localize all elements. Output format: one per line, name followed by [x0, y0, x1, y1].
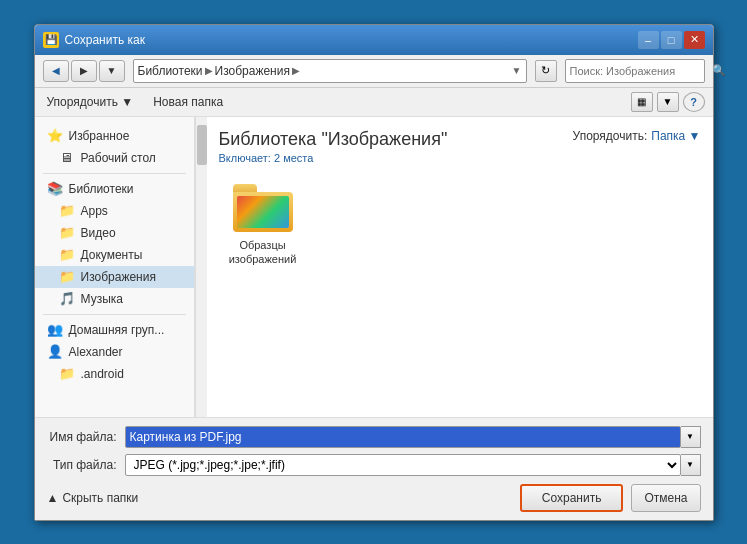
- back-button[interactable]: ◀: [43, 60, 69, 82]
- breadcrumb-separator: ▶: [205, 65, 213, 76]
- sidebar: ⭐ Избранное 🖥 Рабочий стол 📚 Библиотеки …: [35, 117, 195, 417]
- action-buttons-row: ▲ Скрыть папки Сохранить Отмена: [47, 484, 701, 512]
- android-folder-icon: 📁: [59, 366, 75, 382]
- android-label: .android: [81, 367, 124, 381]
- close-button[interactable]: ✕: [684, 31, 705, 49]
- dialog-title: Сохранить как: [65, 33, 145, 47]
- filetype-dropdown-button[interactable]: ▼: [681, 454, 701, 476]
- video-label: Видео: [81, 226, 116, 240]
- toolbar: ◀ ▶ ▼ Библиотеки ▶ Изображения ▶ ▼ ↻ 🔍: [35, 55, 713, 88]
- breadcrumb-images[interactable]: Изображения: [215, 64, 290, 78]
- right-buttons: Сохранить Отмена: [520, 484, 701, 512]
- window-controls: – □ ✕: [638, 31, 705, 49]
- sidebar-divider1: [43, 173, 186, 174]
- folder-item-name: Образцы изображений: [227, 238, 299, 267]
- filetype-row: Тип файла: JPEG (*.jpg;*.jpeg;*.jpe;*.jf…: [47, 454, 701, 476]
- help-button[interactable]: ?: [683, 92, 705, 112]
- homegroup-label: Домашняя груп...: [69, 323, 165, 337]
- library-title: Библиотека "Изображения": [219, 129, 448, 150]
- folder-thumbnail-icon: [233, 184, 293, 232]
- search-button[interactable]: 🔍: [712, 64, 726, 77]
- sidebar-item-alexander[interactable]: 👤 Alexander: [35, 341, 194, 363]
- documents-folder-icon: 📁: [59, 247, 75, 263]
- view-button[interactable]: ▦: [631, 92, 653, 112]
- filetype-select[interactable]: JPEG (*.jpg;*.jpeg;*.jpe;*.jfif): [125, 454, 681, 476]
- show-folders-button[interactable]: ▲ Скрыть папки: [47, 491, 139, 505]
- sidebar-item-favorites[interactable]: ⭐ Избранное: [35, 125, 194, 147]
- actions-left: Упорядочить ▼ Новая папка: [43, 93, 232, 111]
- save-button[interactable]: Сохранить: [520, 484, 624, 512]
- arrange-link[interactable]: Папка ▼: [651, 129, 700, 143]
- maximize-button[interactable]: □: [661, 31, 682, 49]
- filetype-label: Тип файла:: [47, 458, 117, 472]
- images-label: Изображения: [81, 270, 156, 284]
- content-area: Библиотека "Изображения" Включает: 2 мес…: [207, 117, 713, 417]
- search-bar: 🔍: [565, 59, 705, 83]
- arrange-options: Упорядочить: Папка ▼: [573, 129, 701, 143]
- search-input[interactable]: [570, 65, 708, 77]
- forward-button[interactable]: ▶: [71, 60, 97, 82]
- video-folder-icon: 📁: [59, 225, 75, 241]
- content-header: Библиотека "Изображения" Включает: 2 мес…: [219, 129, 701, 164]
- apps-label: Apps: [81, 204, 108, 218]
- filename-input[interactable]: [125, 426, 681, 448]
- breadcrumb-libraries[interactable]: Библиотеки: [138, 64, 203, 78]
- alexander-label: Alexander: [69, 345, 123, 359]
- show-folders-icon: ▲: [47, 491, 59, 505]
- library-subtitle: Включает: 2 места: [219, 152, 448, 164]
- nav-buttons: ◀ ▶ ▼: [43, 60, 125, 82]
- filename-input-container: ▼: [125, 426, 701, 448]
- sidebar-item-apps[interactable]: 📁 Apps: [35, 200, 194, 222]
- filename-row: Имя файла: ▼: [47, 426, 701, 448]
- apps-folder-icon: 📁: [59, 203, 75, 219]
- sidebar-scroll-thumb[interactable]: [197, 125, 207, 165]
- show-folders-label: Скрыть папки: [62, 491, 138, 505]
- favorites-icon: ⭐: [47, 128, 63, 144]
- actions-bar: Упорядочить ▼ Новая папка ▦ ▼ ?: [35, 88, 713, 117]
- library-info: Библиотека "Изображения" Включает: 2 мес…: [219, 129, 448, 164]
- view-dropdown-button[interactable]: ▼: [657, 92, 679, 112]
- filename-dropdown-button[interactable]: ▼: [681, 426, 701, 448]
- user-icon: 👤: [47, 344, 63, 360]
- folder-item-samples[interactable]: Образцы изображений: [223, 180, 303, 271]
- address-bar: Библиотеки ▶ Изображения ▶ ▼: [133, 59, 527, 83]
- documents-label: Документы: [81, 248, 143, 262]
- desktop-label: Рабочий стол: [81, 151, 156, 165]
- favorites-label: Избранное: [69, 129, 130, 143]
- breadcrumb-separator2: ▶: [292, 65, 300, 76]
- file-grid: Образцы изображений: [219, 176, 701, 275]
- desktop-icon: 🖥: [59, 150, 75, 166]
- actions-right: ▦ ▼ ?: [631, 92, 705, 112]
- sidebar-item-libraries[interactable]: 📚 Библиотеки: [35, 178, 194, 200]
- sidebar-item-homegroup[interactable]: 👥 Домашняя груп...: [35, 319, 194, 341]
- sidebar-item-android[interactable]: 📁 .android: [35, 363, 194, 385]
- organize-button[interactable]: Упорядочить ▼: [43, 93, 138, 111]
- save-as-dialog: 💾 Сохранить как – □ ✕ ◀ ▶ ▼ Библиотеки ▶…: [34, 24, 714, 521]
- refresh-button[interactable]: ↻: [535, 60, 557, 82]
- filename-label: Имя файла:: [47, 430, 117, 444]
- images-folder-icon: 📁: [59, 269, 75, 285]
- new-folder-button[interactable]: Новая папка: [145, 93, 231, 111]
- main-area: ⭐ Избранное 🖥 Рабочий стол 📚 Библиотеки …: [35, 117, 713, 417]
- minimize-button[interactable]: –: [638, 31, 659, 49]
- music-icon: 🎵: [59, 291, 75, 307]
- address-dropdown-button[interactable]: ▼: [512, 65, 522, 76]
- title-bar-left: 💾 Сохранить как: [43, 32, 145, 48]
- libraries-label: Библиотеки: [69, 182, 134, 196]
- recent-locations-button[interactable]: ▼: [99, 60, 125, 82]
- sidebar-item-documents[interactable]: 📁 Документы: [35, 244, 194, 266]
- cancel-button[interactable]: Отмена: [631, 484, 700, 512]
- sidebar-item-desktop[interactable]: 🖥 Рабочий стол: [35, 147, 194, 169]
- sidebar-item-video[interactable]: 📁 Видео: [35, 222, 194, 244]
- dialog-icon: 💾: [43, 32, 59, 48]
- bottom-area: Имя файла: ▼ Тип файла: JPEG (*.jpg;*.jp…: [35, 417, 713, 520]
- homegroup-icon: 👥: [47, 322, 63, 338]
- music-label: Музыка: [81, 292, 123, 306]
- sidebar-item-images[interactable]: 📁 Изображения: [35, 266, 194, 288]
- sidebar-scrollbar[interactable]: [195, 117, 207, 417]
- title-bar: 💾 Сохранить как – □ ✕: [35, 25, 713, 55]
- breadcrumb: Библиотеки ▶ Изображения ▶: [138, 64, 508, 78]
- sidebar-item-music[interactable]: 🎵 Музыка: [35, 288, 194, 310]
- sidebar-divider2: [43, 314, 186, 315]
- libraries-icon: 📚: [47, 181, 63, 197]
